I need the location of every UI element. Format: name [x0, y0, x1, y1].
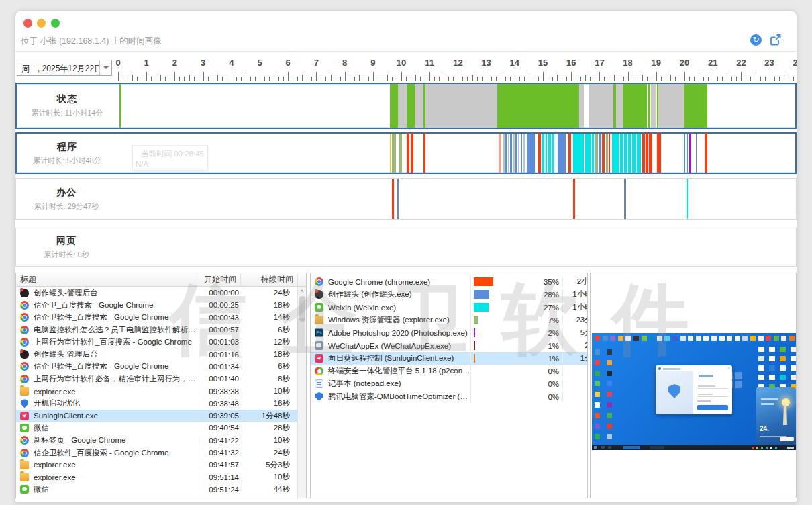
activity-segment — [646, 134, 648, 173]
program-row[interactable]: PsAdobe Photoshop 2020 (Photoshop.exe)2%… — [311, 326, 587, 339]
table-row[interactable]: explorer.exe09:51:1410秒 — [16, 471, 297, 483]
desktop-icon — [607, 424, 612, 429]
program-row[interactable]: 终端安全一体化管控平台 5.1.18 (p2console...0%22秒 — [311, 365, 587, 377]
program-name-cell: 创作罐头 (创作罐头.exe) — [328, 289, 470, 300]
timeline-row-status[interactable]: 状态累计时长: 11小时14分 — [15, 83, 797, 129]
program-row[interactable]: 记事本 (notepad.exe)0%20秒 — [311, 377, 587, 390]
table-row[interactable]: 信企卫软件_百度搜索 - Google Chrome00:00:4314秒 — [16, 312, 297, 324]
program-row[interactable]: 腾讯电脑管家-QMBootTimeOptimizer (Q...0%16秒 — [311, 390, 587, 403]
program-row[interactable]: Windows 资源管理器 (explorer.exe)7%23分50秒 — [311, 314, 587, 326]
document-icon — [780, 347, 786, 352]
table-row[interactable]: explorer.exe09:41:575分3秒 — [16, 459, 297, 471]
weather-button — [780, 437, 794, 441]
p2-icon — [315, 367, 323, 375]
timeline-row-label-web: 网页累计时长: 0秒 — [16, 228, 117, 266]
close-button[interactable] — [23, 19, 32, 28]
window-title-cell: 微信 — [34, 484, 199, 494]
program-row[interactable]: 向日葵远程控制 (SunloginClient.exe)1%1分48秒 — [311, 352, 587, 365]
table-row[interactable]: 上网行为审计软件必备，精准审计上网行为，提升...00:01:408秒 — [16, 373, 297, 385]
table-row[interactable]: explorer.exe09:38:3810秒 — [16, 385, 297, 397]
ruler-tick — [350, 77, 350, 81]
table-row[interactable]: 信企卫_百度搜索 - Google Chrome00:00:2518秒 — [16, 299, 297, 311]
program-row[interactable]: 创作罐头 (创作罐头.exe)28%1小时38分 — [311, 288, 587, 301]
windows-logo — [735, 381, 742, 389]
weather-widget: 24. — [756, 387, 796, 445]
lighthouse — [783, 405, 787, 425]
activity-segment — [637, 134, 641, 173]
column-header-0[interactable]: 标题 — [16, 273, 197, 286]
desktop-icon — [657, 336, 662, 341]
usage-bar-zone — [470, 339, 532, 352]
table-row[interactable]: 信企卫软件_百度搜索 - Google Chrome00:01:346秒 — [16, 361, 297, 373]
zoom-button[interactable] — [51, 19, 60, 28]
usage-bar-zone — [470, 326, 532, 339]
usage-bar-zone — [470, 288, 532, 301]
start-time-cell: 00:01:16 — [199, 351, 242, 359]
table-row[interactable]: 新标签页 - Google Chrome09:41:2210秒 — [16, 434, 297, 447]
desktop-icon — [735, 336, 740, 341]
hour-label: 9 — [364, 58, 382, 68]
desktop-screenshot-thumbnail[interactable]: ×24. — [592, 333, 796, 450]
window-title-cell: 信企卫_百度搜索 - Google Chrome — [34, 300, 199, 310]
tooltip-time: 当前时间 00:28:45 — [141, 149, 204, 159]
program-row[interactable]: Weixin (Weixin.exe)27%1小时32分 — [311, 301, 587, 314]
activity-segment — [538, 134, 541, 173]
document-icon — [780, 365, 786, 371]
refresh-icon[interactable]: ↻ — [750, 34, 762, 46]
window-title-cell: 微信 — [34, 423, 199, 433]
activity-segment — [592, 134, 594, 173]
duration-cell: 10秒 — [242, 435, 293, 445]
scrollbar-thumb[interactable] — [299, 296, 305, 322]
minimize-button[interactable] — [37, 19, 46, 28]
program-row[interactable]: WeChatAppEx (WeChatAppEx.exe)1%2分2秒 — [311, 339, 587, 352]
activity-segment — [689, 134, 691, 173]
table-row[interactable]: 微信09:40:5428秒 — [16, 422, 297, 434]
ruler-tick — [774, 77, 775, 81]
table-row[interactable]: 上网行为审计软件_百度搜索 - Google Chrome00:01:0312秒 — [16, 336, 297, 348]
duration-cell: 8秒 — [242, 374, 293, 384]
ruler-tick — [505, 77, 506, 81]
usage-bar-zone — [470, 301, 532, 314]
activity-segment — [546, 134, 547, 173]
ruler-tick — [770, 72, 770, 81]
desktop-icon — [607, 402, 612, 408]
timeline-row-web[interactable]: 网页累计时长: 0秒 — [15, 228, 797, 267]
percent-cell: 0% — [532, 393, 559, 401]
column-header-2[interactable]: 持续时间 — [241, 273, 298, 286]
export-icon[interactable] — [770, 34, 782, 46]
taskbar-icon — [608, 446, 611, 449]
tshield-icon — [315, 392, 323, 401]
dialog-input — [697, 384, 728, 389]
ruler-tick — [652, 77, 652, 81]
table-row[interactable]: 微信09:51:2444秒 — [16, 484, 297, 496]
ruler-tick — [373, 72, 374, 81]
current-time-tooltip: 当前时间 00:28:45 N/A — [132, 145, 208, 171]
table-row[interactable]: 开机启动优化09:38:4816秒 — [16, 398, 297, 410]
ruler-tick — [165, 77, 166, 81]
column-header-1[interactable]: 开始时间 — [197, 273, 241, 286]
table-scrollbar[interactable]: ˄ — [297, 287, 306, 498]
percent-cell: 27% — [532, 304, 559, 312]
activity-segment — [657, 134, 661, 173]
table-row[interactable]: 创作罐头-管理后台00:00:0024秒 — [16, 287, 297, 299]
activity-segment — [518, 134, 519, 173]
ruler-tick — [633, 77, 633, 81]
info-bar: 位于 小张 (192.168.1.4) 上的时间画像 ↻ — [15, 30, 797, 52]
window-title-cell: explorer.exe — [34, 461, 199, 469]
table-row[interactable]: 创作罐头-管理后台00:01:1618秒 — [16, 348, 297, 360]
scroll-up-icon[interactable]: ˄ — [298, 288, 306, 295]
activity-segment — [499, 134, 501, 173]
program-row[interactable]: Google Chrome (chrome.exe)35%2小时2分 — [311, 275, 587, 288]
ink-icon — [20, 289, 29, 297]
document-icon — [769, 365, 775, 371]
table-row[interactable]: SunloginClient.exe09:39:051分48秒 — [16, 410, 297, 422]
ruler-tick — [595, 77, 595, 81]
activity-segment — [632, 134, 636, 173]
activity-segment — [515, 134, 517, 173]
table-row[interactable] — [16, 496, 297, 498]
table-row[interactable]: 信企卫软件_百度搜索 - Google Chrome09:41:3224秒 — [16, 447, 297, 459]
table-row[interactable]: 电脑监控软件怎么选？员工电脑监控软件解析，202...00:00:576秒 — [16, 324, 297, 336]
timeline-row-office[interactable]: 办公累计时长: 29分47秒 — [15, 178, 797, 220]
activity-segment — [573, 134, 584, 173]
activity-segment — [392, 134, 396, 173]
